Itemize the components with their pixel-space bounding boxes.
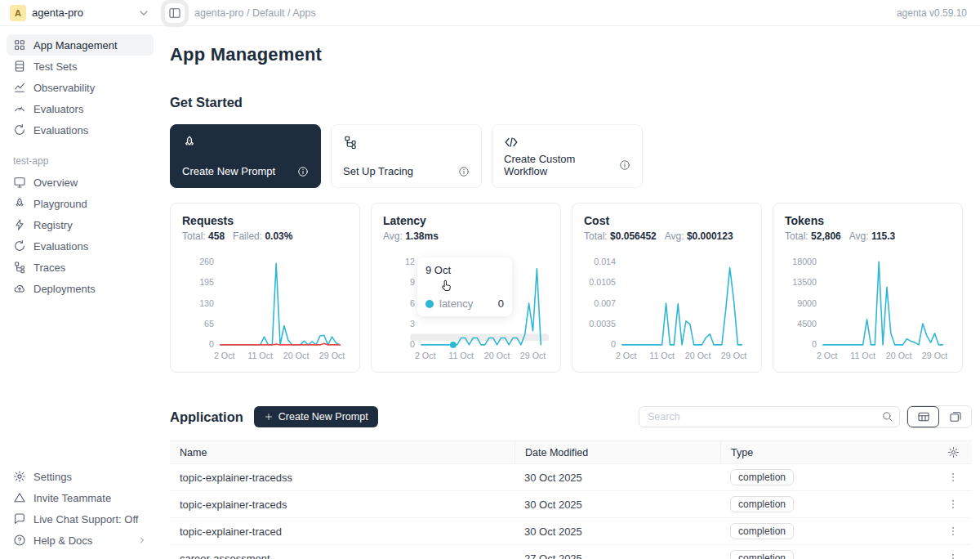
column-date-modified[interactable]: Date Modified [514, 441, 720, 463]
chart-tooltip: 9 Oct latency 0 [417, 257, 512, 316]
row-menu-button[interactable] [944, 522, 962, 540]
svg-text:130: 130 [199, 298, 214, 308]
svg-text:11 Oct: 11 Oct [850, 351, 875, 360]
sidebar-item-playground[interactable]: Playground [7, 193, 154, 214]
set-up-tracing-card[interactable]: Set Up Tracing [331, 124, 482, 188]
sidebar-item-registry[interactable]: Registry [7, 214, 154, 235]
sidebar-item-label: Test Sets [33, 60, 77, 73]
mouse-cursor-icon [439, 279, 453, 293]
create-new-prompt-card[interactable]: Create New Prompt [170, 124, 321, 188]
sidebar-item-evaluations[interactable]: Evaluations [7, 119, 154, 141]
workspace-selector[interactable]: A agenta-pro [0, 5, 160, 21]
sidebar-item-settings[interactable]: Settings [7, 466, 154, 487]
search-input[interactable] [639, 406, 900, 427]
row-menu-button[interactable] [944, 549, 962, 559]
create-new-prompt-button[interactable]: Create New Prompt [254, 406, 378, 427]
sidebar-item-label: Overview [33, 177, 78, 189]
tree-icon [343, 135, 358, 150]
svg-text:4500: 4500 [797, 319, 817, 329]
tokens-chart-card: Tokens Total: 52,806 Avg: 115.3 04500900… [773, 203, 963, 373]
kebab-icon [947, 472, 959, 483]
row-menu-button[interactable] [944, 468, 962, 486]
panel-icon [168, 7, 181, 20]
sidebar-item-help-docs[interactable]: Help & Docs [7, 530, 154, 551]
get-started-heading: Get Started [170, 95, 972, 110]
table-row[interactable]: topic-explainer-traceds 30 Oct 2025 comp… [170, 491, 972, 518]
search-icon[interactable] [881, 410, 893, 423]
tree-icon [13, 261, 26, 274]
svg-text:20 Oct: 20 Oct [886, 351, 912, 360]
app-name: topic-explainer-traced [170, 525, 514, 538]
latency-chart-card: Latency Avg: 1.38ms 0369122 Oct11 Oct20 … [371, 203, 561, 373]
card-label: Set Up Tracing [343, 165, 413, 177]
sidebar-item-traces[interactable]: Traces [7, 257, 154, 278]
sidebar-item-overview[interactable]: Overview [7, 172, 154, 193]
tooltip-value: 0 [498, 297, 504, 310]
sidebar-item-live-chat-support[interactable]: Live Chat Support: Off [7, 508, 154, 530]
info-icon[interactable] [619, 159, 630, 171]
svg-text:20 Oct: 20 Oct [283, 351, 310, 360]
table-row[interactable]: topic-explainer-traced 30 Oct 2025 compl… [170, 518, 972, 545]
sidebar-item-label: Evaluations [33, 124, 88, 136]
sidebar-footer: Settings Invite Teammate Live Chat Suppo… [7, 466, 154, 551]
sidebar-item-observability[interactable]: Observability [7, 77, 154, 98]
svg-text:65: 65 [204, 319, 214, 329]
plus-icon [264, 412, 274, 422]
gear-icon [13, 470, 26, 483]
cloud-icon [13, 282, 26, 295]
chart-title: Requests [182, 214, 348, 227]
stat-failed: Failed: 0.03% [233, 230, 292, 242]
sidebar-section-label: test-app [13, 155, 154, 167]
table-header: Name Date Modified Type [170, 440, 972, 464]
tooltip-series: latency [439, 297, 473, 310]
sidebar-item-deployments[interactable]: Deployments [7, 278, 154, 299]
sidebar-item-app-management[interactable]: App Management [7, 34, 154, 56]
sidebar-item-app-evaluations[interactable]: Evaluations [7, 235, 154, 257]
sidebar-item-label: Evaluators [33, 103, 83, 115]
svg-text:0: 0 [812, 339, 817, 349]
app-name: career-assessment [170, 552, 514, 559]
sidebar-item-label: Help & Docs [33, 534, 92, 547]
table-row[interactable]: topic-explainer-tracedss 30 Oct 2025 com… [170, 464, 972, 491]
svg-text:11 Oct: 11 Oct [247, 351, 273, 360]
info-icon[interactable] [458, 166, 470, 177]
column-settings-gear-icon[interactable] [947, 446, 960, 458]
tokens-line-chart[interactable]: 04500900013500180002 Oct11 Oct20 Oct29 O… [785, 248, 952, 368]
sidebar-item-invite-teammate[interactable]: Invite Teammate [7, 487, 154, 508]
svg-text:260: 260 [199, 257, 214, 266]
column-type[interactable]: Type [720, 441, 934, 463]
sidebar-item-label: Invite Teammate [33, 492, 111, 504]
type-badge: completion [730, 523, 794, 539]
row-menu-button[interactable] [944, 495, 962, 513]
sidebar-item-test-sets[interactable]: Test Sets [7, 56, 154, 77]
app-name: topic-explainer-traceds [170, 499, 514, 511]
stat-total: Total: 52,806 [785, 230, 841, 242]
sidebar-item-label: Deployments [33, 283, 96, 295]
table-view-icon [917, 410, 930, 423]
table-row[interactable]: career-assessment 27 Oct 2025 completion [170, 545, 972, 559]
sidebar-toggle-button[interactable] [165, 3, 185, 23]
sidebar-item-evaluators[interactable]: Evaluators [7, 98, 154, 119]
triangle-icon [13, 491, 26, 504]
svg-text:0: 0 [611, 339, 616, 349]
cost-line-chart[interactable]: 00.00350.0070.01050.0142 Oct11 Oct20 Oct… [584, 248, 751, 368]
svg-text:195: 195 [199, 277, 214, 287]
svg-text:2 Oct: 2 Oct [817, 351, 838, 360]
stats-row: Requests Total: 458 Failed: 0.03% 065130… [170, 203, 972, 373]
kebab-icon [947, 499, 959, 510]
table-view-button[interactable] [907, 406, 939, 427]
info-icon[interactable] [297, 166, 309, 177]
breadcrumb[interactable]: agenta-pro / Default / Apps [194, 7, 316, 19]
chart-title: Latency [383, 214, 549, 227]
type-badge: completion [730, 496, 794, 512]
requests-line-chart[interactable]: 0651301952602 Oct11 Oct20 Oct29 Oct [182, 248, 350, 368]
create-custom-workflow-card[interactable]: Create Custom Workflow [492, 124, 643, 188]
stat-avg: Avg: $0.000123 [665, 230, 733, 242]
stat-avg: Avg: 115.3 [849, 230, 896, 242]
rocket-icon [13, 197, 26, 210]
cost-chart-card: Cost Total: $0.056452 Avg: $0.000123 00.… [572, 203, 762, 373]
grid-icon [13, 38, 26, 51]
column-name[interactable]: Name [170, 447, 514, 458]
sidebar-item-label: Live Chat Support: Off [33, 513, 138, 525]
card-view-button[interactable] [939, 406, 971, 427]
